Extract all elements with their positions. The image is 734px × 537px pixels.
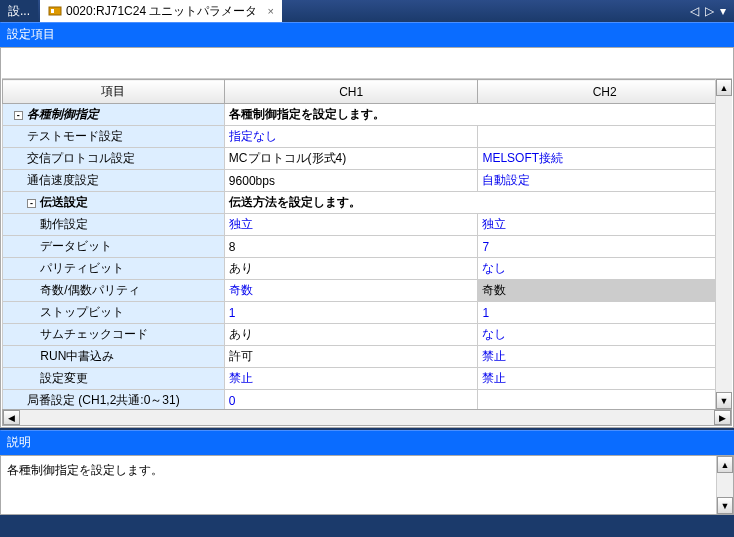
table-row[interactable]: パリティビットありなし: [3, 258, 732, 280]
ch1-cell[interactable]: 9600bps: [224, 170, 478, 192]
table-row[interactable]: 奇数/偶数パリティ奇数奇数: [3, 280, 732, 302]
hscroll-right-button[interactable]: ▶: [714, 410, 731, 425]
column-header-ch1[interactable]: CH1: [224, 80, 478, 104]
ch1-cell[interactable]: 禁止: [224, 368, 478, 390]
item-cell[interactable]: 奇数/偶数パリティ: [3, 280, 225, 302]
scroll-track[interactable]: [716, 96, 732, 392]
desc-vertical-scrollbar[interactable]: ▲ ▼: [716, 456, 733, 514]
ch2-cell[interactable]: 自動設定: [478, 170, 732, 192]
hscroll-left-button[interactable]: ◀: [3, 410, 20, 425]
table-row[interactable]: 交信プロトコル設定MCプロトコル(形式4)MELSOFT接続: [3, 148, 732, 170]
active-tab-label: 0020:RJ71C24 ユニットパラメータ: [66, 3, 257, 20]
ch1-cell[interactable]: 独立: [224, 214, 478, 236]
ch1-value: 0: [229, 394, 236, 408]
description-text: 各種制御指定を設定します。: [7, 463, 163, 477]
ch2-cell[interactable]: なし: [478, 258, 732, 280]
item-cell[interactable]: テストモード設定: [3, 126, 225, 148]
ch2-value: なし: [482, 261, 506, 275]
nav-menu-icon[interactable]: ▾: [720, 4, 726, 18]
scroll-down-button[interactable]: ▼: [716, 392, 732, 409]
ch2-value: 禁止: [482, 349, 506, 363]
item-cell[interactable]: パリティビット: [3, 258, 225, 280]
column-header-item[interactable]: 項目: [3, 80, 225, 104]
ch2-cell[interactable]: 奇数: [478, 280, 732, 302]
desc-scroll-up-button[interactable]: ▲: [717, 456, 733, 473]
ch2-cell[interactable]: 禁止: [478, 346, 732, 368]
active-tab[interactable]: 0020:RJ71C24 ユニットパラメータ ×: [40, 0, 282, 22]
settings-table-wrap[interactable]: 項目 CH1 CH2 -各種制御指定各種制御指定を設定します。 テストモード設定…: [2, 79, 732, 409]
item-cell[interactable]: -各種制御指定: [3, 104, 225, 126]
ch1-cell[interactable]: 1: [224, 302, 478, 324]
toolbar-area: [2, 49, 732, 79]
item-label: 設定変更: [40, 371, 88, 385]
ch1-cell[interactable]: あり: [224, 324, 478, 346]
ch1-cell[interactable]: 奇数: [224, 280, 478, 302]
ch1-value: 1: [229, 306, 236, 320]
ch2-cell[interactable]: 独立: [478, 214, 732, 236]
item-cell[interactable]: RUN中書込み: [3, 346, 225, 368]
ch2-value: MELSOFT接続: [482, 151, 563, 165]
ch2-cell[interactable]: 禁止: [478, 368, 732, 390]
ch1-value: あり: [229, 261, 253, 275]
ch2-value: 独立: [482, 217, 506, 231]
ch1-value: あり: [229, 327, 253, 341]
ch2-cell[interactable]: 7: [478, 236, 732, 258]
column-header-ch2[interactable]: CH2: [478, 80, 732, 104]
group-desc-cell: 各種制御指定を設定します。: [224, 104, 731, 126]
ch1-cell[interactable]: あり: [224, 258, 478, 280]
table-row[interactable]: サムチェックコードありなし: [3, 324, 732, 346]
ch1-cell[interactable]: 8: [224, 236, 478, 258]
table-row[interactable]: 設定変更禁止禁止: [3, 368, 732, 390]
item-label: 局番設定 (CH1,2共通:0～31): [27, 393, 180, 407]
close-tab-button[interactable]: ×: [267, 5, 273, 17]
ch2-value: 自動設定: [482, 173, 530, 187]
item-cell[interactable]: 設定変更: [3, 368, 225, 390]
item-label: RUN中書込み: [40, 349, 114, 363]
nav-left-icon[interactable]: ◁: [690, 4, 699, 18]
tree-collapse-icon[interactable]: -: [27, 199, 36, 208]
table-row[interactable]: RUN中書込み許可禁止: [3, 346, 732, 368]
item-label: パリティビット: [40, 261, 124, 275]
item-label: 交信プロトコル設定: [27, 151, 135, 165]
item-cell[interactable]: ストップビット: [3, 302, 225, 324]
ch1-cell[interactable]: 許可: [224, 346, 478, 368]
table-row[interactable]: 局番設定 (CH1,2共通:0～31)0: [3, 390, 732, 410]
item-cell[interactable]: データビット: [3, 236, 225, 258]
ch2-cell[interactable]: なし: [478, 324, 732, 346]
item-label: 通信速度設定: [27, 173, 99, 187]
ch1-cell[interactable]: 0: [224, 390, 478, 410]
ch1-cell[interactable]: MCプロトコル(形式4): [224, 148, 478, 170]
secondary-tab[interactable]: 設...: [0, 0, 38, 22]
ch2-cell[interactable]: MELSOFT接続: [478, 148, 732, 170]
table-row[interactable]: ストップビット11: [3, 302, 732, 324]
table-row[interactable]: 動作設定独立独立: [3, 214, 732, 236]
desc-scroll-track[interactable]: [717, 473, 733, 497]
ch2-cell[interactable]: [478, 390, 732, 410]
table-row[interactable]: テストモード設定指定なし: [3, 126, 732, 148]
tree-collapse-icon[interactable]: -: [14, 111, 23, 120]
item-cell[interactable]: 動作設定: [3, 214, 225, 236]
ch2-cell[interactable]: 1: [478, 302, 732, 324]
table-row[interactable]: -伝送設定伝送方法を設定します。: [3, 192, 732, 214]
vertical-scrollbar[interactable]: ▲ ▼: [715, 79, 732, 409]
setting-items-panel: 項目 CH1 CH2 -各種制御指定各種制御指定を設定します。 テストモード設定…: [0, 47, 734, 428]
horizontal-scrollbar[interactable]: ◀ ▶: [2, 409, 732, 426]
item-cell[interactable]: サムチェックコード: [3, 324, 225, 346]
item-cell[interactable]: 通信速度設定: [3, 170, 225, 192]
desc-scroll-down-button[interactable]: ▼: [717, 497, 733, 514]
item-cell[interactable]: -伝送設定: [3, 192, 225, 214]
ch2-cell[interactable]: [478, 126, 732, 148]
nav-right-icon[interactable]: ▷: [705, 4, 714, 18]
item-cell[interactable]: 局番設定 (CH1,2共通:0～31): [3, 390, 225, 410]
item-label: サムチェックコード: [40, 327, 148, 341]
item-label: ストップビット: [40, 305, 124, 319]
ch1-cell[interactable]: 指定なし: [224, 126, 478, 148]
item-label: データビット: [40, 239, 112, 253]
table-row[interactable]: -各種制御指定各種制御指定を設定します。: [3, 104, 732, 126]
scroll-up-button[interactable]: ▲: [716, 79, 732, 96]
table-row[interactable]: 通信速度設定9600bps自動設定: [3, 170, 732, 192]
table-row[interactable]: データビット87: [3, 236, 732, 258]
item-label: 奇数/偶数パリティ: [40, 283, 139, 297]
item-cell[interactable]: 交信プロトコル設定: [3, 148, 225, 170]
group-desc-cell: 伝送方法を設定します。: [224, 192, 731, 214]
